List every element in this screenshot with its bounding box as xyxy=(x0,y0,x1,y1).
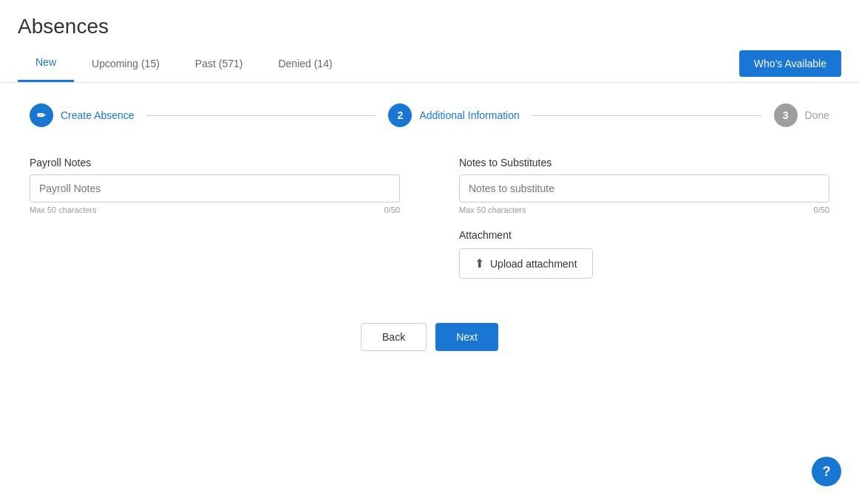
upload-attachment-button[interactable]: ⬆ Upload attachment xyxy=(459,248,593,279)
attachment-label: Attachment xyxy=(459,229,829,241)
tab-past[interactable]: Past (571) xyxy=(177,46,261,81)
payroll-notes-input[interactable] xyxy=(30,174,400,202)
tab-denied[interactable]: Denied (14) xyxy=(260,46,350,81)
payroll-notes-count: 0/50 xyxy=(384,205,400,214)
stepper: ✏ Create Absence 2 Additional Informatio… xyxy=(0,83,859,142)
payroll-notes-label: Payroll Notes xyxy=(30,157,400,168)
step-2: 2 Additional Information xyxy=(388,103,519,127)
notes-substitutes-label: Notes to Substitutes xyxy=(459,157,829,168)
step-2-circle: 2 xyxy=(388,103,412,127)
tabs-bar: New Upcoming (15) Past (571) Denied (14)… xyxy=(0,44,859,83)
step-2-label: Additional Information xyxy=(419,109,519,121)
step-1: ✏ Create Absence xyxy=(30,103,135,127)
payroll-notes-section: Payroll Notes Max 50 characters 0/50 xyxy=(30,157,400,279)
notes-substitutes-count: 0/50 xyxy=(814,205,829,214)
step-3-circle: 3 xyxy=(774,103,798,127)
tab-upcoming[interactable]: Upcoming (15) xyxy=(74,46,177,81)
page-title: Absences xyxy=(0,0,859,38)
notes-substitutes-meta: Max 50 characters 0/50 xyxy=(459,205,829,214)
footer-buttons: Back Next xyxy=(0,293,859,366)
tab-new[interactable]: New xyxy=(18,44,74,82)
step-3: 3 Done xyxy=(774,103,829,127)
step-1-circle: ✏ xyxy=(30,103,53,127)
page-wrapper: Absences New Upcoming (15) Past (571) De… xyxy=(0,0,859,504)
next-button[interactable]: Next xyxy=(435,323,498,351)
payroll-notes-meta: Max 50 characters 0/50 xyxy=(30,205,400,214)
help-button[interactable]: ? xyxy=(812,457,841,486)
step-3-number: 3 xyxy=(783,109,789,121)
step-2-number: 2 xyxy=(397,109,403,121)
upload-attachment-label: Upload attachment xyxy=(490,258,577,270)
upload-icon: ⬆ xyxy=(475,256,484,270)
back-button[interactable]: Back xyxy=(361,323,427,351)
notes-substitutes-max: Max 50 characters xyxy=(459,205,526,214)
form-content: Payroll Notes Max 50 characters 0/50 Not… xyxy=(0,142,859,293)
notes-substitutes-input[interactable] xyxy=(459,174,829,202)
step-1-label: Create Absence xyxy=(61,109,135,121)
pencil-icon: ✏ xyxy=(37,109,46,121)
notes-substitutes-section: Notes to Substitutes Max 50 characters 0… xyxy=(459,157,829,279)
step-connector-1 xyxy=(146,115,377,116)
whos-available-button[interactable]: Who's Available xyxy=(739,50,841,77)
step-3-label: Done xyxy=(805,109,829,121)
payroll-notes-max: Max 50 characters xyxy=(30,205,96,214)
step-connector-2 xyxy=(532,115,762,116)
